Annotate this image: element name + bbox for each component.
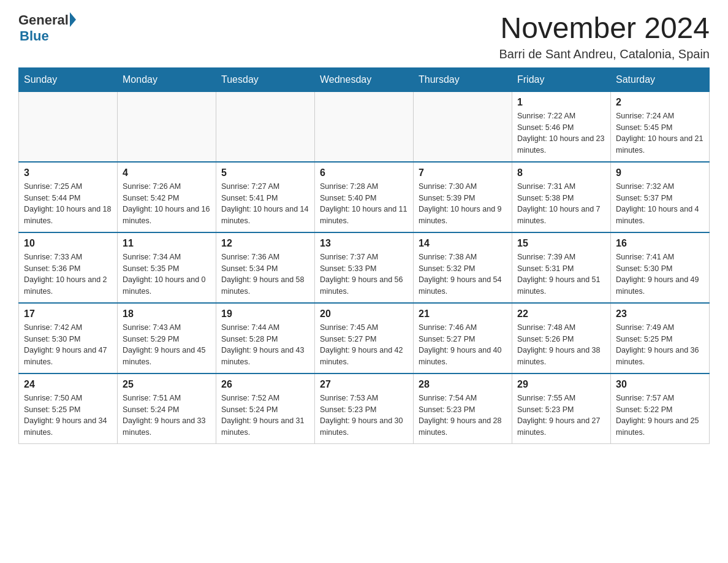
day-number: 12	[221, 238, 309, 249]
calendar-cell: 18Sunrise: 7:43 AMSunset: 5:29 PMDayligh…	[118, 303, 216, 373]
calendar-cell: 8Sunrise: 7:31 AMSunset: 5:38 PMDaylight…	[512, 162, 611, 232]
day-info: Sunrise: 7:28 AMSunset: 5:40 PMDaylight:…	[320, 181, 408, 227]
month-title: November 2024	[499, 12, 710, 45]
calendar-cell: 24Sunrise: 7:50 AMSunset: 5:25 PMDayligh…	[19, 373, 118, 444]
calendar-cell: 6Sunrise: 7:28 AMSunset: 5:40 PMDaylight…	[315, 162, 414, 232]
weekday-header-saturday: Saturday	[611, 67, 710, 91]
day-info: Sunrise: 7:45 AMSunset: 5:27 PMDaylight:…	[320, 322, 408, 368]
day-info: Sunrise: 7:33 AMSunset: 5:36 PMDaylight:…	[24, 251, 112, 297]
calendar-cell: 28Sunrise: 7:54 AMSunset: 5:23 PMDayligh…	[414, 373, 512, 444]
day-number: 9	[616, 167, 704, 178]
day-number: 29	[517, 379, 605, 390]
day-info: Sunrise: 7:24 AMSunset: 5:45 PMDaylight:…	[616, 110, 704, 156]
calendar-cell: 7Sunrise: 7:30 AMSunset: 5:39 PMDaylight…	[414, 162, 512, 232]
day-info: Sunrise: 7:48 AMSunset: 5:26 PMDaylight:…	[517, 322, 605, 368]
logo: General Blue	[18, 12, 76, 44]
day-info: Sunrise: 7:54 AMSunset: 5:23 PMDaylight:…	[419, 393, 507, 439]
day-info: Sunrise: 7:37 AMSunset: 5:33 PMDaylight:…	[320, 251, 408, 297]
calendar-cell: 1Sunrise: 7:22 AMSunset: 5:46 PMDaylight…	[512, 91, 611, 162]
day-number: 24	[24, 379, 112, 390]
day-info: Sunrise: 7:27 AMSunset: 5:41 PMDaylight:…	[221, 181, 309, 227]
logo-general-text: General	[18, 12, 69, 28]
day-number: 27	[320, 379, 408, 390]
day-info: Sunrise: 7:26 AMSunset: 5:42 PMDaylight:…	[123, 181, 211, 227]
calendar-cell: 26Sunrise: 7:52 AMSunset: 5:24 PMDayligh…	[216, 373, 315, 444]
day-number: 15	[517, 238, 605, 249]
calendar-cell: 25Sunrise: 7:51 AMSunset: 5:24 PMDayligh…	[118, 373, 216, 444]
day-number: 4	[123, 167, 211, 178]
day-info: Sunrise: 7:38 AMSunset: 5:32 PMDaylight:…	[419, 251, 507, 297]
calendar-cell: 21Sunrise: 7:46 AMSunset: 5:27 PMDayligh…	[414, 303, 512, 373]
day-number: 21	[419, 308, 507, 320]
calendar-cell: 4Sunrise: 7:26 AMSunset: 5:42 PMDaylight…	[118, 162, 216, 232]
calendar-cell: 23Sunrise: 7:49 AMSunset: 5:25 PMDayligh…	[611, 303, 710, 373]
day-number: 26	[221, 379, 309, 390]
title-block: November 2024 Barri de Sant Andreu, Cata…	[499, 12, 710, 61]
calendar-cell: 15Sunrise: 7:39 AMSunset: 5:31 PMDayligh…	[512, 232, 611, 303]
day-info: Sunrise: 7:31 AMSunset: 5:38 PMDaylight:…	[517, 181, 605, 227]
calendar-cell	[118, 91, 216, 162]
calendar-table: SundayMondayTuesdayWednesdayThursdayFrid…	[18, 67, 710, 444]
day-info: Sunrise: 7:46 AMSunset: 5:27 PMDaylight:…	[419, 322, 507, 368]
day-number: 18	[123, 308, 211, 320]
calendar-cell: 22Sunrise: 7:48 AMSunset: 5:26 PMDayligh…	[512, 303, 611, 373]
weekday-header-monday: Monday	[118, 67, 216, 91]
calendar-cell: 2Sunrise: 7:24 AMSunset: 5:45 PMDaylight…	[611, 91, 710, 162]
day-info: Sunrise: 7:32 AMSunset: 5:37 PMDaylight:…	[616, 181, 704, 227]
calendar-cell	[414, 91, 512, 162]
day-number: 14	[419, 238, 507, 249]
day-number: 30	[616, 379, 704, 390]
week-row-1: 1Sunrise: 7:22 AMSunset: 5:46 PMDaylight…	[19, 91, 710, 162]
day-info: Sunrise: 7:43 AMSunset: 5:29 PMDaylight:…	[123, 322, 211, 368]
calendar-cell: 30Sunrise: 7:57 AMSunset: 5:22 PMDayligh…	[611, 373, 710, 444]
calendar-cell: 9Sunrise: 7:32 AMSunset: 5:37 PMDaylight…	[611, 162, 710, 232]
weekday-header-wednesday: Wednesday	[315, 67, 414, 91]
location-subtitle: Barri de Sant Andreu, Catalonia, Spain	[499, 47, 710, 61]
weekday-header-thursday: Thursday	[414, 67, 512, 91]
week-row-3: 10Sunrise: 7:33 AMSunset: 5:36 PMDayligh…	[19, 232, 710, 303]
calendar-cell: 3Sunrise: 7:25 AMSunset: 5:44 PMDaylight…	[19, 162, 118, 232]
day-info: Sunrise: 7:34 AMSunset: 5:35 PMDaylight:…	[123, 251, 211, 297]
day-number: 7	[419, 167, 507, 178]
day-info: Sunrise: 7:22 AMSunset: 5:46 PMDaylight:…	[517, 110, 605, 156]
logo-arrow-icon	[70, 12, 76, 27]
logo-blue-text: Blue	[20, 28, 49, 44]
weekday-header-row: SundayMondayTuesdayWednesdayThursdayFrid…	[19, 67, 710, 91]
day-info: Sunrise: 7:44 AMSunset: 5:28 PMDaylight:…	[221, 322, 309, 368]
day-info: Sunrise: 7:52 AMSunset: 5:24 PMDaylight:…	[221, 393, 309, 439]
day-number: 25	[123, 379, 211, 390]
day-info: Sunrise: 7:49 AMSunset: 5:25 PMDaylight:…	[616, 322, 704, 368]
day-number: 10	[24, 238, 112, 249]
calendar-cell	[216, 91, 315, 162]
day-info: Sunrise: 7:57 AMSunset: 5:22 PMDaylight:…	[616, 393, 704, 439]
calendar-cell: 14Sunrise: 7:38 AMSunset: 5:32 PMDayligh…	[414, 232, 512, 303]
calendar-cell	[19, 91, 118, 162]
day-number: 17	[24, 308, 112, 320]
day-number: 16	[616, 238, 704, 249]
weekday-header-friday: Friday	[512, 67, 611, 91]
calendar-cell: 10Sunrise: 7:33 AMSunset: 5:36 PMDayligh…	[19, 232, 118, 303]
week-row-2: 3Sunrise: 7:25 AMSunset: 5:44 PMDaylight…	[19, 162, 710, 232]
page-header: General Blue November 2024 Barri de Sant…	[18, 12, 710, 61]
day-info: Sunrise: 7:30 AMSunset: 5:39 PMDaylight:…	[419, 181, 507, 227]
day-number: 23	[616, 308, 704, 320]
day-info: Sunrise: 7:55 AMSunset: 5:23 PMDaylight:…	[517, 393, 605, 439]
calendar-cell: 29Sunrise: 7:55 AMSunset: 5:23 PMDayligh…	[512, 373, 611, 444]
day-number: 2	[616, 97, 704, 108]
calendar-cell: 17Sunrise: 7:42 AMSunset: 5:30 PMDayligh…	[19, 303, 118, 373]
week-row-5: 24Sunrise: 7:50 AMSunset: 5:25 PMDayligh…	[19, 373, 710, 444]
day-number: 28	[419, 379, 507, 390]
day-info: Sunrise: 7:41 AMSunset: 5:30 PMDaylight:…	[616, 251, 704, 297]
calendar-cell: 11Sunrise: 7:34 AMSunset: 5:35 PMDayligh…	[118, 232, 216, 303]
day-info: Sunrise: 7:25 AMSunset: 5:44 PMDaylight:…	[24, 181, 112, 227]
day-number: 11	[123, 238, 211, 249]
week-row-4: 17Sunrise: 7:42 AMSunset: 5:30 PMDayligh…	[19, 303, 710, 373]
day-number: 20	[320, 308, 408, 320]
calendar-cell	[315, 91, 414, 162]
day-number: 22	[517, 308, 605, 320]
weekday-header-tuesday: Tuesday	[216, 67, 315, 91]
calendar-cell: 19Sunrise: 7:44 AMSunset: 5:28 PMDayligh…	[216, 303, 315, 373]
day-number: 5	[221, 167, 309, 178]
day-number: 1	[517, 97, 605, 108]
calendar-cell: 12Sunrise: 7:36 AMSunset: 5:34 PMDayligh…	[216, 232, 315, 303]
